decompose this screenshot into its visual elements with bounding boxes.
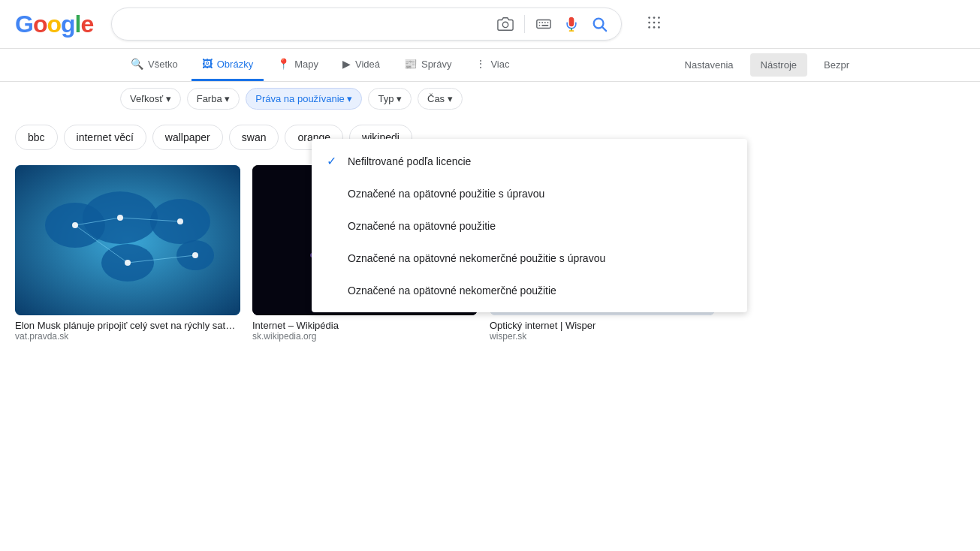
dropdown-item-5-label: Označené na opätovné nekomerčné použitie xyxy=(348,285,556,297)
dropdown-item-1[interactable]: ✓ Nefiltrované podľa licencie xyxy=(312,145,747,177)
check-icon: ✓ xyxy=(327,154,339,168)
dropdown-item-4-label: Označené na opätovné nekomerčné použitie… xyxy=(348,252,605,264)
dropdown-item-3-label: Označené na opätovné použitie xyxy=(348,220,496,232)
dropdown-item-4[interactable]: ✓ Označené na opätovné nekomerčné použit… xyxy=(312,242,747,274)
dropdown-item-3[interactable]: ✓ Označené na opätovné použitie xyxy=(312,209,747,242)
dropdown-item-5[interactable]: ✓ Označené na opätovné nekomerčné použit… xyxy=(312,274,747,306)
dropdown-item-2-label: Označené na opätovné použitie s úpravou xyxy=(348,188,544,200)
dropdown-item-1-label: Nefiltrované podľa licencie xyxy=(348,155,471,167)
rights-dropdown: ✓ Nefiltrované podľa licencie ✓ Označené… xyxy=(312,139,747,312)
dropdown-item-2[interactable]: ✓ Označené na opätovné použitie s úpravo… xyxy=(312,177,747,209)
